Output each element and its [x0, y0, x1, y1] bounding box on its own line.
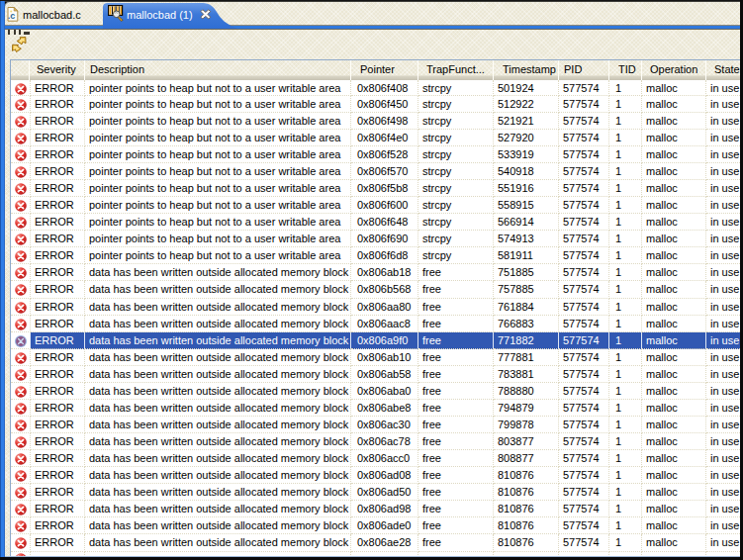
svg-text:.c: .c	[8, 11, 16, 21]
